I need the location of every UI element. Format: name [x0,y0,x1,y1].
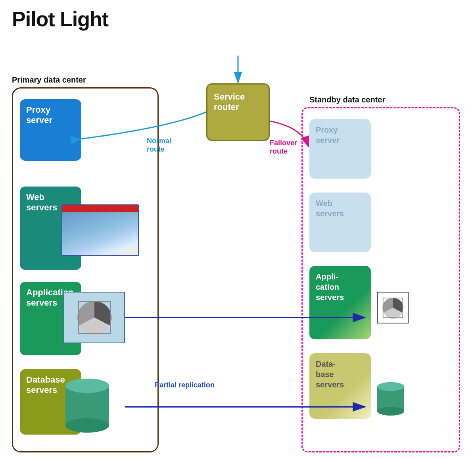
standby-db-cylinder [375,381,407,417]
primary-proxy-server: Proxyserver [20,99,81,161]
standby-app-pie [377,292,409,323]
standby-dc-label: Standby data center [309,95,385,104]
svg-point-4 [65,418,109,433]
service-router: Servicerouter [206,83,270,141]
web-screenshot [61,204,139,256]
failover-route-label: Failoverroute [270,139,297,156]
diagram-area: Primary data center Standby data center … [0,36,476,460]
primary-dc-label: Primary data center [12,75,86,85]
primary-app-pie [63,292,125,343]
svg-point-5 [65,379,109,393]
partial-replication-label: Partial replication [155,381,215,389]
standby-proxy-server: Proxyserver [309,119,371,179]
primary-db-cylinder [61,377,113,433]
standby-web-servers: Webservers [309,192,371,252]
normal-route-label: Normalroute [147,137,171,154]
page-title: Pilot Light [0,0,476,31]
standby-db-servers: Data-baseservers [309,353,371,419]
standby-app-servers: Appli-cationservers [309,266,371,339]
svg-point-10 [377,407,404,416]
svg-point-11 [377,382,404,391]
